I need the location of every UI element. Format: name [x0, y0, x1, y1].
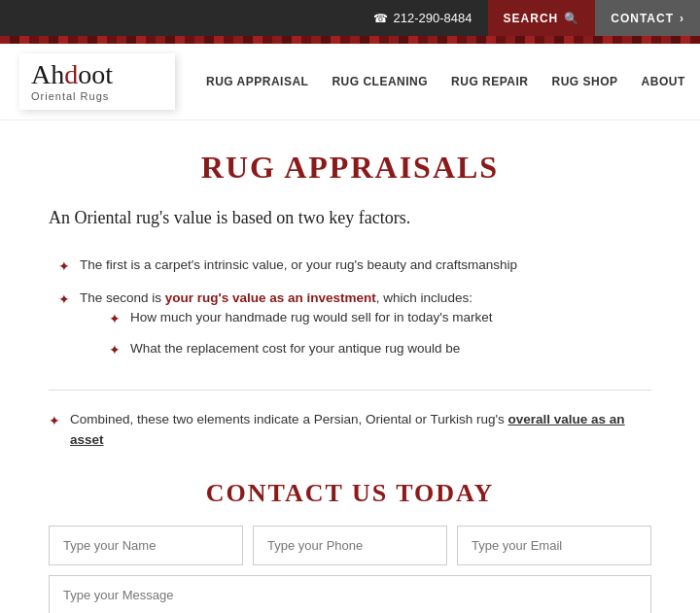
- sub-bullet-text-2: What the replacement cost for your antiq…: [130, 339, 460, 358]
- contact-button[interactable]: CONTACT ›: [595, 0, 700, 36]
- message-wrapper: [49, 575, 651, 613]
- bullet-icon: ✦: [58, 289, 70, 310]
- main-nav: RUG APPRAISAL RUG CLEANING RUG REPAIR RU…: [194, 75, 700, 88]
- email-input[interactable]: [457, 526, 651, 565]
- bullet-icon: ✦: [58, 256, 70, 277]
- nav-rug-cleaning[interactable]: RUG CLEANING: [320, 75, 439, 88]
- bullet-list: ✦ The first is a carpet's intrinsic valu…: [58, 255, 651, 370]
- chevron-right-icon: ›: [680, 12, 684, 25]
- main-content: RUG APPRAISALS An Oriental rug's value i…: [0, 120, 700, 613]
- bullet-text-2-after: , which includes:: [376, 290, 472, 305]
- list-item: ✦ The first is a carpet's intrinsic valu…: [58, 255, 651, 277]
- name-input[interactable]: [49, 526, 243, 565]
- phone-number: ☎ 212-290-8484: [358, 11, 488, 25]
- logo-subtitle: Oriental Rugs: [31, 90, 163, 102]
- nav-about[interactable]: ABOUT: [630, 75, 697, 88]
- nav-rug-repair[interactable]: RUG REPAIR: [439, 75, 540, 88]
- search-icon: 🔍: [564, 12, 579, 25]
- sub-bullet-list: ✦ How much your handmade rug would sell …: [109, 308, 493, 360]
- sub-list-item: ✦ How much your handmade rug would sell …: [109, 308, 493, 329]
- form-row-top: [49, 526, 651, 565]
- bullet-text-2-container: The second is your rug's value as an inv…: [80, 289, 493, 370]
- message-textarea[interactable]: [49, 575, 651, 613]
- phone-input[interactable]: [253, 526, 447, 565]
- contact-section: CONTACT US TODAY SUBMIT ›: [49, 479, 651, 613]
- bullet-text-2-bold: your rug's value as an investment: [165, 290, 376, 305]
- sub-bullet-text-1: How much your handmade rug would sell fo…: [130, 308, 493, 327]
- search-button[interactable]: SEARCH 🔍: [488, 0, 596, 36]
- bullet-text-2-before: The second is: [80, 290, 165, 305]
- page-title: RUG APPRAISALS: [49, 150, 651, 186]
- top-bar: ☎ 212-290-8484 SEARCH 🔍 CONTACT ›: [0, 0, 700, 36]
- combined-text-before: Combined, these two elements indicate a …: [70, 412, 508, 426]
- nav-rug-appraisal[interactable]: RUG APPRAISAL: [194, 75, 320, 88]
- sub-bullet-icon: ✦: [109, 340, 121, 360]
- bullet-icon: ✦: [49, 411, 60, 431]
- list-item: ✦ The second is your rug's value as an i…: [58, 289, 651, 370]
- contact-title: CONTACT US TODAY: [49, 479, 651, 508]
- bullet-text-1: The first is a carpet's intrinsic value,…: [80, 255, 517, 275]
- logo-name: Ahdoot: [31, 61, 163, 88]
- intro-text: An Oriental rug's value is based on two …: [49, 205, 651, 231]
- divider: [49, 390, 651, 391]
- header: Ahdoot Oriental Rugs RUG APPRAISAL RUG C…: [0, 44, 700, 120]
- decorative-banner: [0, 36, 700, 44]
- phone-icon: ☎: [373, 12, 388, 25]
- combined-text: ✦ Combined, these two elements indicate …: [49, 410, 651, 450]
- sub-list-item: ✦ What the replacement cost for your ant…: [109, 339, 493, 360]
- sub-bullet-icon: ✦: [109, 309, 121, 329]
- nav-rug-shop[interactable]: RUG SHOP: [541, 75, 630, 88]
- logo[interactable]: Ahdoot Oriental Rugs: [19, 53, 175, 110]
